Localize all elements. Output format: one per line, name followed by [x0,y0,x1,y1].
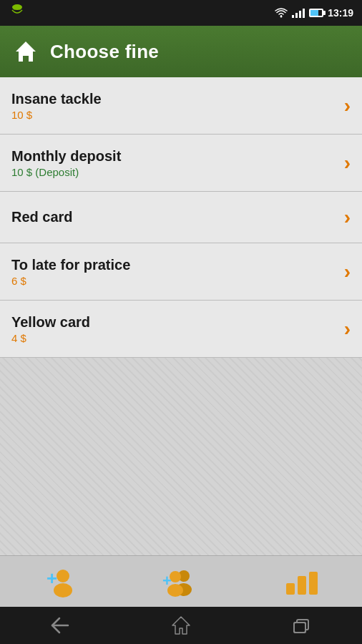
chevron-right-icon: › [344,208,351,228]
item-title-red-card: Red card [11,209,73,225]
wifi-icon [275,8,288,18]
svg-point-1 [14,8,16,10]
tab-bar: + + [0,555,362,607]
svg-rect-19 [294,623,305,633]
svg-marker-4 [16,42,36,62]
svg-point-3 [280,16,283,18]
list-item-content: Yellow card 4 $ [11,314,90,344]
list-item-content: Insane tackle 10 $ [11,91,102,121]
list-item-insane-tackle[interactable]: Insane tackle 10 $ › [0,77,362,135]
item-subtitle-insane-tackle: 10 $ [11,109,102,121]
svg-text:+: + [162,572,172,590]
svg-rect-14 [298,576,306,595]
home-icon[interactable] [11,37,40,66]
battery-icon [309,9,323,17]
tab-add-group[interactable]: + [152,562,210,602]
status-icons: 13:19 [275,7,353,19]
tab-add-player[interactable]: + [31,562,89,602]
item-subtitle-monthly-deposit: 10 $ (Deposit) [11,166,121,178]
svg-point-5 [57,570,69,582]
nav-back-button[interactable] [39,611,82,640]
chevron-right-icon: › [344,319,351,339]
item-title-monthly-deposit: Monthly deposit [11,148,121,165]
item-title-to-late: To late for pratice [11,257,130,273]
status-bar: 13:19 [0,0,362,26]
svg-marker-17 [172,617,190,634]
nav-bar [0,607,362,644]
list-item-yellow-card[interactable]: Yellow card 4 $ › [0,301,362,358]
empty-content-area [0,358,362,558]
add-group-icon: + [161,565,201,599]
chevron-right-icon: › [344,262,351,282]
stats-icon [285,567,319,596]
tab-stats[interactable] [273,562,331,602]
svg-rect-15 [309,572,318,595]
fine-list: Insane tackle 10 $ › Monthly deposit 10 … [0,77,362,558]
status-time: 13:19 [328,7,353,19]
list-item-to-late[interactable]: To late for pratice 6 $ › [0,243,362,301]
item-subtitle-to-late: 6 $ [11,275,130,287]
item-subtitle-yellow-card: 4 $ [11,332,90,344]
svg-text:+: + [47,567,57,589]
signal-icon [292,8,305,18]
add-player-icon: + [43,565,77,599]
list-item-content: Red card [11,209,73,225]
toolbar-title: Choose fine [50,41,159,63]
list-item-red-card[interactable]: Red card › [0,192,362,243]
svg-point-2 [19,8,21,10]
svg-rect-13 [286,583,295,595]
toolbar: Choose fine [0,26,362,77]
list-item-content: To late for pratice 6 $ [11,257,130,287]
nav-home-button[interactable] [160,611,202,640]
chevron-right-icon: › [344,153,351,173]
list-item-monthly-deposit[interactable]: Monthly deposit 10 $ (Deposit) › [0,135,362,192]
chevron-right-icon: › [344,96,351,116]
android-notification-icon [9,3,26,23]
list-item-content: Monthly deposit 10 $ (Deposit) [11,148,121,178]
item-title-insane-tackle: Insane tackle [11,91,102,107]
nav-recent-button[interactable] [280,611,323,640]
item-title-yellow-card: Yellow card [11,314,90,331]
